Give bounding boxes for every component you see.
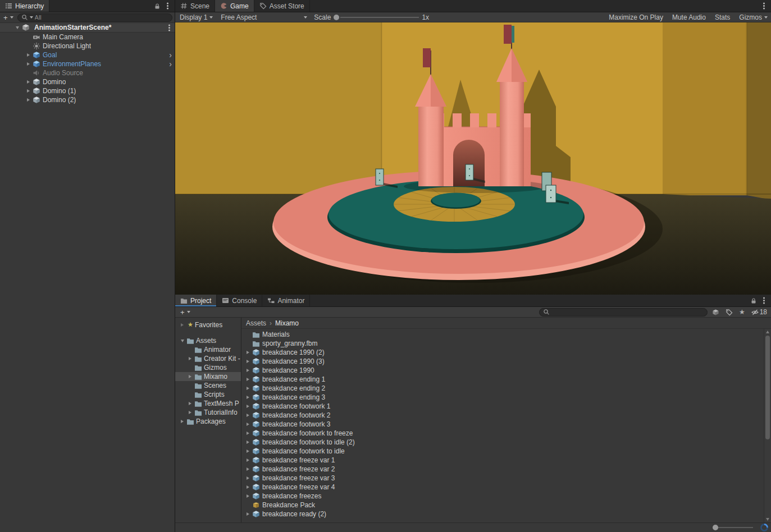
project-folder-row[interactable]: Mixamo (175, 372, 241, 381)
thumbnail-zoom-slider[interactable] (713, 527, 753, 528)
asset-row[interactable]: breakdance freeze var 1 (241, 456, 764, 465)
prefab-open-chevron[interactable]: › (169, 51, 172, 59)
aspect-ratio-dropdown[interactable]: Free Aspect (220, 13, 308, 21)
breadcrumb-root[interactable]: Assets (246, 319, 266, 327)
asset-row[interactable]: breakdance footwork to idle (241, 447, 764, 456)
hierarchy-row[interactable]: Audio Source › (0, 68, 175, 77)
project-folder-row[interactable]: Scripts (175, 390, 241, 399)
hierarchy-row[interactable]: Domino › (0, 77, 175, 86)
folder-expand-arrow[interactable] (186, 357, 194, 360)
lock-icon[interactable] (154, 3, 161, 10)
create-object-button[interactable]: + (2, 13, 15, 22)
mute-audio-button[interactable]: Mute Audio (672, 13, 706, 21)
asset-expand-arrow[interactable] (244, 414, 252, 417)
project-folder-row[interactable]: Packages (175, 417, 241, 426)
hierarchy-row[interactable]: Domino (2) › (0, 95, 175, 104)
stats-button[interactable]: Stats (715, 13, 730, 21)
asset-expand-arrow[interactable] (244, 485, 252, 489)
asset-expand-arrow[interactable] (244, 467, 252, 471)
hierarchy-row[interactable]: Domino (1) › (0, 86, 175, 95)
lock-icon[interactable] (750, 297, 757, 304)
folder-expand-arrow[interactable] (179, 420, 186, 423)
asset-row[interactable]: breakdance freezes (241, 492, 764, 501)
asset-row[interactable]: breakdance 1990 (241, 366, 764, 375)
asset-row[interactable]: breakdance freeze var 2 (241, 465, 764, 474)
asset-expand-arrow[interactable] (244, 476, 252, 480)
tab-game[interactable]: Game (215, 0, 254, 12)
favorites-header[interactable]: ★ Favorites (175, 320, 241, 329)
maximize-on-play-button[interactable]: Maximize On Play (609, 13, 663, 21)
game-viewport[interactable] (175, 22, 771, 295)
folder-expand-arrow[interactable] (186, 402, 194, 405)
scene-kebab-icon[interactable] (168, 27, 170, 29)
scrollbar-thumb[interactable] (765, 336, 770, 439)
asset-expand-arrow[interactable] (244, 441, 252, 444)
scene-collapse-arrow[interactable] (16, 26, 19, 29)
asset-row[interactable]: breakdance freeze var 4 (241, 483, 764, 492)
tab-console[interactable]: Console (217, 295, 262, 306)
asset-expand-arrow[interactable] (244, 512, 252, 516)
prefab-open-chevron[interactable]: › (169, 60, 172, 68)
scroll-down-arrow[interactable] (766, 518, 769, 521)
expand-arrow[interactable] (25, 80, 32, 84)
asset-row[interactable]: breakdance footwork 2 (241, 411, 764, 420)
project-folder-row[interactable]: TextMesh P (175, 399, 241, 408)
kebab-menu-icon[interactable] (763, 5, 765, 7)
hierarchy-row[interactable]: Directional Light › (0, 42, 175, 51)
asset-expand-arrow[interactable] (244, 494, 252, 498)
scene-header-row[interactable]: AnimationStarterScene* (0, 23, 175, 33)
asset-row[interactable]: breakdance footwork 3 (241, 420, 764, 429)
hidden-packages-toggle[interactable]: 18 (751, 308, 767, 316)
asset-expand-arrow[interactable] (244, 369, 252, 372)
project-folder-row[interactable]: Gizmos (175, 363, 241, 372)
expand-arrow[interactable] (25, 98, 32, 102)
asset-expand-arrow[interactable] (244, 432, 252, 435)
breadcrumb-current[interactable]: Mixamo (275, 319, 299, 327)
asset-row[interactable]: breakdance footwork 1 (241, 402, 764, 411)
asset-expand-arrow[interactable] (244, 405, 252, 408)
gizmos-dropdown[interactable]: Gizmos (739, 13, 768, 21)
scroll-up-arrow[interactable] (766, 331, 769, 333)
search-filter-dropdown-icon[interactable] (30, 16, 33, 19)
asset-row[interactable]: breakdance footwork to idle (2) (241, 438, 764, 447)
project-folder-row[interactable]: Assets (175, 336, 241, 345)
asset-row[interactable]: Breakdance Pack (241, 501, 764, 510)
kebab-menu-icon[interactable] (763, 300, 765, 301)
kebab-menu-icon[interactable] (167, 5, 168, 7)
expand-arrow[interactable] (25, 89, 32, 93)
tab-hierarchy[interactable]: Hierarchy (0, 0, 49, 12)
asset-row[interactable]: breakdance ending 2 (241, 384, 764, 393)
asset-row[interactable]: breakdance freeze var 3 (241, 474, 764, 483)
display-dropdown[interactable]: Display 1 (179, 13, 214, 21)
zoom-slider-knob[interactable] (713, 525, 718, 530)
favorite-search-icon[interactable]: ★ (739, 308, 745, 316)
asset-row[interactable]: breakdance 1990 (2) (241, 348, 764, 357)
create-asset-button[interactable]: + (179, 308, 191, 317)
asset-expand-arrow[interactable] (244, 450, 252, 453)
search-by-label-icon[interactable] (726, 309, 733, 316)
asset-expand-arrow[interactable] (244, 351, 252, 354)
asset-expand-arrow[interactable] (244, 458, 252, 462)
tab-scene[interactable]: Scene (175, 0, 215, 12)
asset-row[interactable]: Materials (241, 330, 764, 339)
hierarchy-row[interactable]: Main Camera › (0, 33, 175, 42)
expand-arrow[interactable] (25, 62, 32, 66)
tab-animator[interactable]: Animator (262, 295, 310, 306)
scale-slider[interactable] (334, 15, 419, 20)
asset-expand-arrow[interactable] (244, 360, 252, 363)
project-search-input[interactable] (551, 309, 704, 315)
asset-row[interactable]: breakdance ending 3 (241, 393, 764, 402)
expand-arrow[interactable] (25, 53, 32, 57)
project-folder-row[interactable]: Scenes (175, 381, 241, 390)
folder-expand-arrow[interactable] (186, 375, 194, 378)
vertical-scrollbar[interactable] (764, 329, 771, 522)
folder-expand-arrow[interactable] (186, 411, 194, 414)
asset-row[interactable]: breakdance footwork to freeze (241, 429, 764, 438)
asset-expand-arrow[interactable] (244, 387, 252, 390)
tab-asset-store[interactable]: Asset Store (254, 0, 310, 12)
search-by-type-icon[interactable] (712, 309, 719, 316)
project-folder-row[interactable]: Creator Kit - (175, 354, 241, 363)
project-folder-row[interactable]: TutorialInfo (175, 408, 241, 417)
scale-slider-knob[interactable] (334, 15, 339, 20)
asset-row[interactable]: breakdance ending 1 (241, 375, 764, 384)
